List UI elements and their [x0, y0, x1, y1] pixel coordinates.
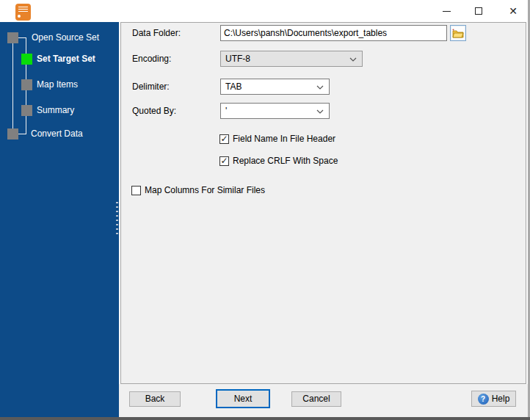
checkmark-icon: ✓ — [220, 157, 228, 165]
wizard-window: ✕ Open Source Set Set Target Set Map Ite… — [0, 0, 530, 420]
app-icon — [15, 4, 31, 21]
maximize-icon — [475, 7, 482, 15]
wizard-steps-sidebar: Open Source Set Set Target Set Map Items… — [0, 22, 119, 417]
minimize-button[interactable] — [432, 0, 460, 22]
close-icon: ✕ — [509, 6, 518, 16]
map-columns-checkbox[interactable]: Map Columns For Similar Files — [131, 185, 265, 195]
quoted-by-label: Quoted By: — [132, 103, 176, 119]
help-button-label: Help — [492, 392, 510, 406]
chevron-down-icon — [316, 85, 324, 90]
delimiter-select[interactable]: TAB — [220, 79, 330, 95]
cancel-button[interactable]: Cancel — [291, 391, 341, 407]
maximize-button[interactable] — [465, 0, 493, 22]
step-label-convert-data: Convert Data — [31, 128, 83, 140]
step-marker-set-target-set — [21, 54, 32, 65]
help-button[interactable]: ? Help — [471, 391, 516, 407]
encoding-value: UTF-8 — [225, 54, 250, 64]
checkbox-box: ✓ — [219, 134, 229, 144]
step-label-map-items: Map Items — [37, 79, 78, 90]
checkmark-icon: ✓ — [220, 135, 228, 143]
help-question-icon: ? — [478, 394, 489, 405]
step-marker-summary — [21, 105, 32, 116]
app-icon-stripes — [18, 7, 28, 12]
target-settings-panel: Data Folder: Encoding: UTF-8 Delimiter: … — [120, 22, 526, 384]
chevron-down-icon — [349, 57, 357, 62]
quoted-by-select[interactable]: ' — [220, 103, 330, 119]
encoding-select[interactable]: UTF-8 — [220, 51, 363, 67]
back-button[interactable]: Back — [129, 391, 181, 407]
data-folder-label: Data Folder: — [132, 25, 181, 41]
step-label-summary: Summary — [37, 105, 74, 116]
delimiter-value: TAB — [225, 82, 242, 92]
browse-folder-button[interactable] — [450, 25, 466, 41]
app-icon-dot — [18, 15, 21, 18]
data-folder-input[interactable] — [220, 25, 447, 41]
step-label-set-target-set: Set Target Set — [37, 54, 95, 65]
step-marker-open-source-set — [7, 32, 18, 43]
next-button[interactable]: Next — [216, 389, 270, 408]
replace-crlf-checkbox[interactable]: ✓ Replace CRLF With Space — [219, 156, 338, 166]
splitter-grip[interactable] — [116, 202, 118, 236]
chevron-down-icon — [316, 109, 324, 114]
delimiter-label: Delimiter: — [132, 79, 170, 95]
checkbox-label: Field Name In File Header — [233, 134, 335, 144]
quoted-by-value: ' — [225, 106, 227, 116]
encoding-label: Encoding: — [132, 51, 171, 67]
window-border-bottom — [0, 417, 530, 420]
step-marker-map-items — [21, 79, 32, 90]
checkbox-box — [131, 186, 141, 195]
checkbox-label: Replace CRLF With Space — [233, 156, 338, 166]
checkbox-box: ✓ — [219, 156, 229, 166]
tree-connector-left — [12, 37, 13, 134]
title-bar: ✕ — [0, 0, 530, 22]
minimize-icon — [443, 11, 451, 12]
folder-icon — [452, 29, 464, 38]
field-name-in-header-checkbox[interactable]: ✓ Field Name In File Header — [219, 134, 335, 144]
checkbox-label: Map Columns For Similar Files — [145, 185, 265, 195]
close-button[interactable]: ✕ — [499, 0, 527, 22]
step-label-open-source-set: Open Source Set — [32, 32, 99, 43]
step-marker-convert-data — [7, 128, 18, 140]
